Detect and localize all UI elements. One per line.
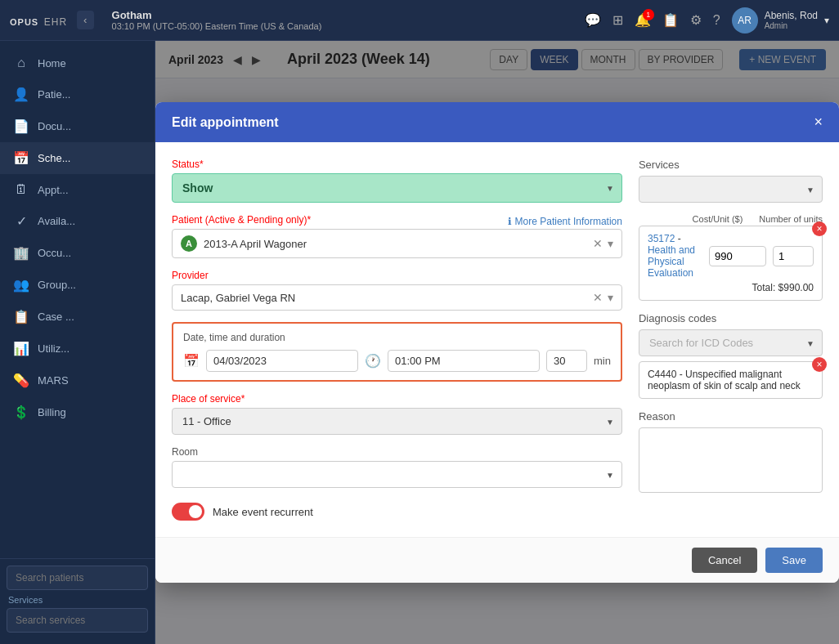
time-input[interactable] bbox=[388, 350, 540, 372]
sidebar-item-label: Docu... bbox=[38, 120, 71, 132]
save-button[interactable]: Save bbox=[765, 548, 823, 573]
dx-label: Diagnosis codes bbox=[639, 312, 823, 324]
remove-dx-button[interactable]: × bbox=[812, 357, 827, 372]
sidebar-item-schedule[interactable]: 📅 Sche... bbox=[0, 142, 155, 174]
reason-field: Reason bbox=[639, 410, 823, 496]
chevron-down-icon: ▾ bbox=[824, 15, 829, 26]
services-label: Services bbox=[639, 159, 823, 171]
user-menu[interactable]: AR Abenis, Rod Admin ▾ bbox=[732, 7, 829, 34]
recurrent-label: Make event recurrent bbox=[213, 506, 313, 518]
status-label: Status* bbox=[172, 159, 622, 170]
service-item: × 35172 - Health and Physical Evaluation… bbox=[639, 226, 823, 301]
chat-icon[interactable]: 💬 bbox=[585, 12, 601, 28]
search-patients-input[interactable] bbox=[7, 566, 148, 590]
expand-patient-icon[interactable]: ▾ bbox=[608, 237, 613, 250]
provider-name: Lacap, Gabriel Vega RN bbox=[181, 292, 586, 304]
dx-select[interactable]: Search for ICD Codes bbox=[639, 329, 823, 356]
status-select-wrapper: Show bbox=[172, 173, 622, 203]
modal-body: Status* Show bbox=[155, 142, 839, 537]
remove-service-button[interactable]: × bbox=[812, 221, 827, 236]
sidebar-item-documents[interactable]: 📄 Docu... bbox=[0, 110, 155, 142]
sidebar-item-availability[interactable]: ✓ Availa... bbox=[0, 205, 155, 237]
date-input[interactable] bbox=[206, 350, 358, 372]
expand-provider-icon[interactable]: ▾ bbox=[608, 291, 613, 304]
services-field: Services bbox=[639, 159, 823, 203]
patients-icon: 👤 bbox=[13, 87, 29, 102]
clear-provider-icon[interactable]: ✕ bbox=[593, 291, 603, 304]
sidebar-item-billing[interactable]: 💲 Billing bbox=[0, 396, 155, 428]
right-column: Services Cost/Unit ($) Number bbox=[639, 159, 823, 521]
org-info: Gotham 03:10 PM (UTC-05:00) Eastern Time… bbox=[112, 9, 322, 31]
recurrent-toggle[interactable] bbox=[172, 503, 204, 521]
sidebar-item-appointments[interactable]: 🗓 Appt... bbox=[0, 174, 155, 205]
date-time-label: Date, time and duration bbox=[183, 332, 611, 343]
documents-icon: 📄 bbox=[13, 119, 29, 134]
patient-name: 2013-A April Wagoner bbox=[204, 238, 586, 250]
back-button[interactable]: ‹ bbox=[77, 11, 93, 29]
status-select[interactable]: Show bbox=[172, 173, 622, 203]
service-cost-input[interactable] bbox=[709, 246, 766, 266]
grid-icon[interactable]: ⊞ bbox=[612, 12, 623, 28]
sidebar-item-label: Patie... bbox=[38, 88, 70, 101]
sidebar-item-utilization[interactable]: 📊 Utiliz... bbox=[0, 333, 155, 364]
sidebar-item-label: MARS bbox=[38, 374, 69, 387]
reason-textarea[interactable] bbox=[639, 427, 823, 493]
edit-appointment-modal: Edit appointment × Status* bbox=[155, 102, 839, 583]
num-units-header: Number of units bbox=[759, 214, 823, 224]
services-section-label: Services bbox=[7, 595, 148, 605]
calendar-icon: 📅 bbox=[183, 353, 200, 369]
sidebar-item-label: Billing bbox=[38, 406, 66, 418]
pos-select[interactable]: 11 - Office bbox=[172, 408, 622, 435]
patient-label: Patient (Active & Pending only)* bbox=[172, 214, 311, 226]
duration-input[interactable] bbox=[546, 350, 587, 372]
schedule-icon: 📅 bbox=[13, 150, 29, 166]
room-select[interactable] bbox=[172, 461, 622, 488]
sidebar-item-label: Group... bbox=[38, 279, 76, 291]
status-field: Status* Show bbox=[172, 159, 622, 203]
clear-patient-icon[interactable]: ✕ bbox=[593, 237, 603, 250]
sidebar-item-patients[interactable]: 👤 Patie... bbox=[0, 78, 155, 110]
info-icon: ℹ bbox=[508, 216, 512, 227]
app-logo: OPUS EHR bbox=[10, 11, 67, 29]
clipboard-icon[interactable]: 📋 bbox=[662, 12, 679, 28]
cost-unit-header: Cost/Unit ($) bbox=[693, 214, 743, 224]
bell-icon[interactable]: 🔔 1 bbox=[635, 12, 651, 28]
modal-header: Edit appointment × bbox=[155, 102, 839, 142]
place-of-service-field: Place of service* 11 - Office bbox=[172, 393, 622, 435]
modal-close-button[interactable]: × bbox=[814, 114, 823, 131]
gear-icon[interactable]: ⚙ bbox=[690, 12, 702, 28]
services-select[interactable] bbox=[639, 176, 823, 203]
sidebar-item-home[interactable]: ⌂ Home bbox=[0, 47, 155, 78]
cases-icon: 📋 bbox=[13, 309, 29, 324]
notification-badge: 1 bbox=[643, 9, 654, 20]
date-time-field: Date, time and duration 📅 🕐 min bbox=[172, 322, 622, 382]
provider-field: Provider Lacap, Gabriel Vega RN ✕ ▾ bbox=[172, 270, 622, 311]
cancel-button[interactable]: Cancel bbox=[692, 548, 757, 573]
availability-icon: ✓ bbox=[13, 213, 29, 229]
modal-title: Edit appointment bbox=[172, 115, 279, 130]
sidebar-item-groups[interactable]: 👥 Group... bbox=[0, 269, 155, 301]
header-icons: 💬 ⊞ 🔔 1 📋 ⚙ ? AR Abenis, Rod Admin ▾ bbox=[585, 7, 829, 34]
dx-item: × C4440 - Unspecified malignant neoplasm… bbox=[639, 361, 823, 399]
provider-row: Lacap, Gabriel Vega RN ✕ ▾ bbox=[172, 284, 622, 311]
reason-label: Reason bbox=[639, 410, 823, 423]
sidebar-item-occupancy[interactable]: 🏢 Occu... bbox=[0, 237, 155, 269]
top-header: OPUS EHR ‹ Gotham 03:10 PM (UTC-05:00) E… bbox=[0, 0, 839, 41]
sidebar-item-mars[interactable]: 💊 MARS bbox=[0, 364, 155, 396]
room-field: Room bbox=[172, 446, 622, 488]
left-column: Status* Show bbox=[172, 159, 622, 521]
more-patient-info-link[interactable]: ℹ More Patient Information bbox=[508, 216, 622, 227]
sidebar-bottom: Services bbox=[0, 558, 155, 644]
help-icon[interactable]: ? bbox=[713, 13, 720, 28]
groups-icon: 👥 bbox=[13, 277, 29, 293]
appointments-icon: 🗓 bbox=[13, 182, 29, 197]
mars-icon: 💊 bbox=[13, 373, 29, 388]
patient-actions: ✕ ▾ bbox=[593, 237, 613, 250]
sidebar-item-label: Home bbox=[38, 57, 66, 69]
sidebar-item-label: Sche... bbox=[38, 152, 70, 164]
service-units-input[interactable] bbox=[773, 246, 814, 266]
service-items-container: Cost/Unit ($) Number of units × 35172 - … bbox=[639, 214, 823, 301]
utilization-icon: 📊 bbox=[13, 341, 29, 356]
search-services-input[interactable] bbox=[7, 608, 148, 633]
sidebar-item-cases[interactable]: 📋 Case ... bbox=[0, 301, 155, 333]
